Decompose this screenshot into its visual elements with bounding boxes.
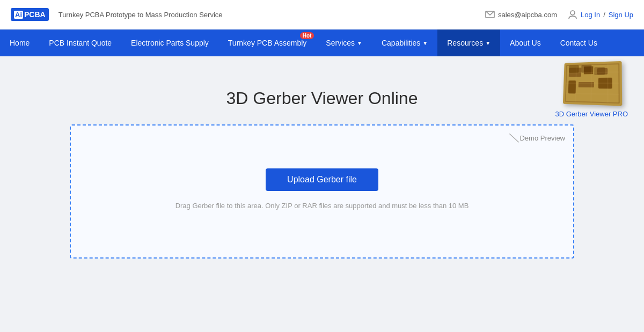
services-dropdown-arrow: ▼ — [357, 40, 362, 46]
nav-turnkey-label: Turnkey PCB Assembly — [228, 39, 307, 47]
email-area: sales@aipcba.com — [485, 11, 557, 19]
gerber-pro-card[interactable]: 3D Gerber Viewer PRO — [555, 62, 628, 118]
nav-resources-label: Resources — [447, 39, 483, 47]
email-text: sales@aipcba.com — [498, 11, 557, 19]
nav-item-home[interactable]: Home — [0, 29, 39, 56]
svg-rect-4 — [569, 68, 582, 77]
nav-item-turnkey-pcb[interactable]: Turnkey PCB Assembly Hot — [218, 29, 317, 56]
nav-item-about-us[interactable]: About Us — [500, 29, 551, 56]
nav-item-capabilities[interactable]: Capabilities ▼ — [372, 29, 437, 56]
signup-link[interactable]: Sign Up — [609, 11, 633, 19]
demo-slash-icon: ╲ — [510, 131, 519, 144]
upload-container: ╲ Demo Preview Upload Gerber file Drag G… — [70, 124, 574, 259]
nav-electronic-parts-label: Electronic Parts Supply — [131, 39, 209, 47]
pcb-visual — [563, 61, 622, 106]
nav-capabilities-label: Capabilities — [382, 39, 420, 47]
gerber-pro-image — [562, 62, 621, 107]
hot-badge: Hot — [300, 32, 314, 39]
auth-area: Log In / Sign Up — [568, 10, 633, 19]
nav-services-label: Services — [326, 39, 355, 47]
logo-ai: Ai — [14, 11, 23, 19]
nav-contact-label: Contact Us — [560, 39, 597, 47]
svg-rect-5 — [584, 66, 594, 74]
nav-item-services[interactable]: Services ▼ — [316, 29, 372, 56]
tagline: Turnkey PCBA Prototype to Mass Productio… — [58, 11, 223, 19]
envelope-icon — [485, 11, 495, 18]
nav-item-contact-us[interactable]: Contact Us — [551, 29, 607, 56]
demo-preview-label: ╲ Demo Preview — [511, 132, 565, 144]
resources-dropdown-arrow: ▼ — [485, 40, 491, 46]
logo-pcba-text: PCBA — [24, 10, 46, 19]
upload-hint: Drag Gerber file to this area. Only ZIP … — [175, 202, 469, 210]
top-bar: Ai PCBA Turnkey PCBA Prototype to Mass P… — [0, 0, 644, 29]
nav-about-label: About Us — [510, 39, 541, 47]
nav-bar: Home PCB Instant Quote Electronic Parts … — [0, 29, 644, 56]
upload-gerber-button[interactable]: Upload Gerber file — [266, 168, 378, 191]
gerber-pro-label: 3D Gerber Viewer PRO — [555, 110, 628, 118]
page-title: 3D Gerber Viewer Online — [11, 88, 633, 108]
user-icon — [568, 10, 577, 19]
auth-divider: / — [603, 11, 605, 19]
svg-point-1 — [570, 11, 575, 15]
nav-item-resources[interactable]: Resources ▼ — [437, 29, 500, 56]
main-content: 3D Gerber Viewer PRO 3D Gerber Viewer On… — [0, 56, 644, 330]
nav-pcb-quote-label: PCB Instant Quote — [49, 39, 112, 47]
top-right: sales@aipcba.com Log In / Sign Up — [485, 10, 633, 19]
logo-badge[interactable]: Ai PCBA — [11, 8, 49, 21]
logo-area: Ai PCBA Turnkey PCBA Prototype to Mass P… — [11, 8, 223, 21]
nav-home-label: Home — [10, 39, 30, 47]
capabilities-dropdown-arrow: ▼ — [422, 40, 428, 46]
demo-preview-text: Demo Preview — [519, 134, 565, 142]
nav-item-electronic-parts[interactable]: Electronic Parts Supply — [121, 29, 218, 56]
svg-rect-6 — [597, 68, 608, 75]
svg-rect-8 — [579, 82, 594, 87]
nav-item-pcb-quote[interactable]: PCB Instant Quote — [39, 29, 121, 56]
svg-rect-7 — [568, 80, 576, 93]
login-link[interactable]: Log In — [581, 11, 600, 19]
